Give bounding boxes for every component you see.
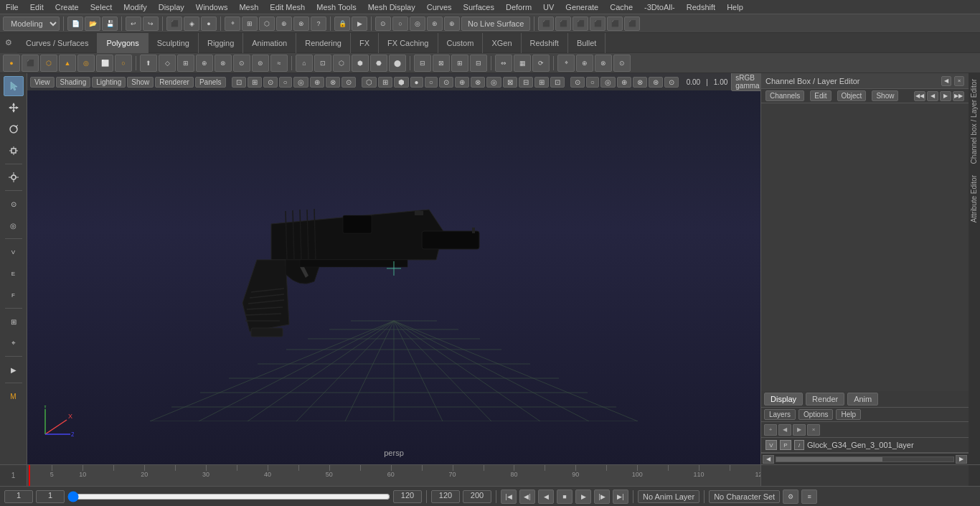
menu-uv[interactable]: UV — [537, 1, 560, 13]
tab-redshift[interactable]: Redshift — [522, 33, 568, 53]
vt-show-btn[interactable]: Show — [127, 77, 154, 88]
vt-r5[interactable]: ⊗ — [633, 77, 647, 88]
menu-file[interactable]: File — [0, 1, 24, 13]
vt-r3[interactable]: ◎ — [600, 77, 616, 88]
menu-generate[interactable]: Generate — [560, 1, 604, 13]
rp-close[interactable]: × — [954, 76, 964, 86]
vt-cam7[interactable]: ⊗ — [326, 77, 340, 88]
viewport[interactable]: View Shading Lighting Show Renderer Pane… — [27, 73, 760, 464]
menu-mesh[interactable]: Mesh — [233, 1, 264, 13]
menu-mesh-tools[interactable]: Mesh Tools — [311, 1, 362, 13]
layer-del-btn[interactable]: × — [807, 424, 820, 436]
layer-back-btn[interactable]: ◀ — [778, 424, 791, 436]
combine-btn[interactable]: ⊕ — [196, 55, 213, 72]
tool1-btn[interactable]: ⊡ — [314, 55, 331, 72]
rp-layers-btn[interactable]: Layers — [764, 409, 796, 420]
rp-tab-display[interactable]: Display — [764, 393, 803, 406]
cylinder-btn[interactable]: ⬡ — [40, 55, 57, 72]
transfer-btn[interactable]: ⟳ — [532, 55, 550, 72]
menu-windows[interactable]: Windows — [190, 1, 234, 13]
sb-play-fwd-key[interactable]: |▶ — [594, 489, 610, 504]
vt-grid5[interactable]: ○ — [425, 77, 438, 88]
rp-tab-anim[interactable]: Anim — [847, 393, 878, 406]
loop-btn[interactable]: ⊟ — [414, 55, 431, 72]
side-tab-channel-box[interactable]: Channel box / Layer Editor — [969, 73, 981, 169]
sculpt1-btn[interactable]: ⌖ — [557, 55, 575, 72]
vt-grid11[interactable]: ⊟ — [519, 77, 533, 88]
sb-play-back-key[interactable]: ◀| — [519, 489, 535, 504]
cb-object-menu[interactable]: Object — [837, 90, 867, 101]
boolean-btn[interactable]: ⊜ — [252, 55, 269, 72]
vt-grid12[interactable]: ⊞ — [534, 77, 549, 88]
extrude-btn[interactable]: ⬆ — [140, 55, 157, 72]
sb-stop[interactable]: ■ — [557, 489, 573, 504]
render-ico3[interactable]: ⬛ — [573, 17, 588, 31]
vt-r4[interactable]: ⊕ — [617, 77, 631, 88]
timeline-playhead[interactable] — [29, 465, 30, 486]
tool2-btn[interactable]: ⬡ — [333, 55, 350, 72]
menu-curves[interactable]: Curves — [421, 1, 458, 13]
save-btn[interactable]: 💾 — [102, 17, 118, 31]
vt-grid7[interactable]: ⊕ — [455, 77, 469, 88]
cube-btn[interactable]: ⬛ — [22, 55, 39, 72]
sb-play-back[interactable]: ◀ — [538, 489, 554, 504]
vt-r1[interactable]: ⊙ — [570, 77, 585, 88]
tab-rendering[interactable]: Rendering — [296, 33, 351, 53]
tool4-btn[interactable]: ⬣ — [370, 55, 387, 72]
vt-grid10[interactable]: ⊠ — [503, 77, 517, 88]
layer-new-btn[interactable]: + — [764, 424, 777, 436]
vertex-btn[interactable]: V — [4, 242, 24, 262]
sb-play-start[interactable]: |◀ — [501, 489, 517, 504]
tab-gear-icon[interactable]: ⚙ — [0, 33, 17, 53]
undo-btn[interactable]: ↩ — [126, 17, 141, 31]
vt-cam5[interactable]: ◎ — [293, 77, 308, 88]
sb-char-set-dropdown[interactable]: No Character Set — [709, 490, 780, 503]
penroof-btn[interactable]: ⌂ — [296, 55, 313, 72]
rotate-tool-btn[interactable] — [4, 119, 24, 139]
tab-curves-surfaces[interactable]: Curves / Surfaces — [17, 33, 98, 53]
menu-modify[interactable]: Modify — [118, 1, 152, 13]
bevel-btn[interactable]: ◇ — [159, 55, 176, 72]
vt-view-btn[interactable]: View — [30, 77, 55, 88]
redo-btn[interactable]: ↪ — [143, 17, 159, 31]
cb-arrow3[interactable]: ▶ — [940, 91, 951, 101]
sculpt3-btn[interactable]: ⊗ — [595, 55, 612, 72]
maya-logo-btn[interactable]: M — [4, 386, 24, 406]
vt-cam3[interactable]: ⊙ — [263, 77, 278, 88]
menu-select[interactable]: Select — [85, 1, 118, 13]
menu-redshift[interactable]: Redshift — [681, 1, 721, 13]
mirror-btn[interactable]: ⇔ — [495, 55, 512, 72]
open-btn[interactable]: 📂 — [85, 17, 100, 31]
sb-frame-end2[interactable]: 120 — [431, 490, 460, 503]
snap2-btn[interactable]: ⊞ — [242, 17, 258, 31]
plane-btn[interactable]: ⬜ — [96, 55, 113, 72]
layer-fwd-btn[interactable]: ▶ — [793, 424, 806, 436]
vt-grid8[interactable]: ⊗ — [471, 77, 485, 88]
sb-frame-start[interactable]: 1 — [4, 490, 33, 503]
vt-grid4[interactable]: ● — [410, 77, 423, 88]
rp-scroll-right[interactable]: ▶ — [956, 455, 967, 464]
cam3-btn[interactable]: ◎ — [410, 17, 425, 31]
sb-frame-val2[interactable]: 1 — [36, 490, 65, 503]
cam2-btn[interactable]: ○ — [392, 17, 408, 31]
snap6-btn[interactable]: ? — [311, 17, 326, 31]
cb-arrow1[interactable]: ◀◀ — [914, 91, 925, 101]
vt-cam2[interactable]: ⊞ — [248, 77, 262, 88]
vt-r7[interactable]: ⊙ — [664, 77, 679, 88]
vt-grid13[interactable]: ⊡ — [550, 77, 565, 88]
sb-play-fwd[interactable]: ▶ — [575, 489, 591, 504]
vt-r2[interactable]: ○ — [586, 77, 599, 88]
show-manipulator-btn[interactable] — [4, 167, 24, 187]
layer-color-btn[interactable]: / — [794, 440, 804, 450]
cb-show-menu[interactable]: Show — [872, 90, 898, 101]
cb-channels-menu[interactable]: Channels — [765, 90, 804, 101]
sb-char-set-btn2[interactable]: ≡ — [801, 489, 817, 504]
tab-bullet[interactable]: Bullet — [568, 33, 606, 53]
render-ico6[interactable]: ⬛ — [624, 17, 640, 31]
snap-grid-btn[interactable]: ⊞ — [4, 311, 24, 332]
cam5-btn[interactable]: ⊕ — [444, 17, 460, 31]
move-tool-btn[interactable] — [4, 98, 24, 118]
cb-edit-menu[interactable]: Edit — [810, 90, 831, 101]
vt-grid2[interactable]: ⊞ — [378, 77, 392, 88]
tab-polygons[interactable]: Polygons — [98, 33, 148, 53]
